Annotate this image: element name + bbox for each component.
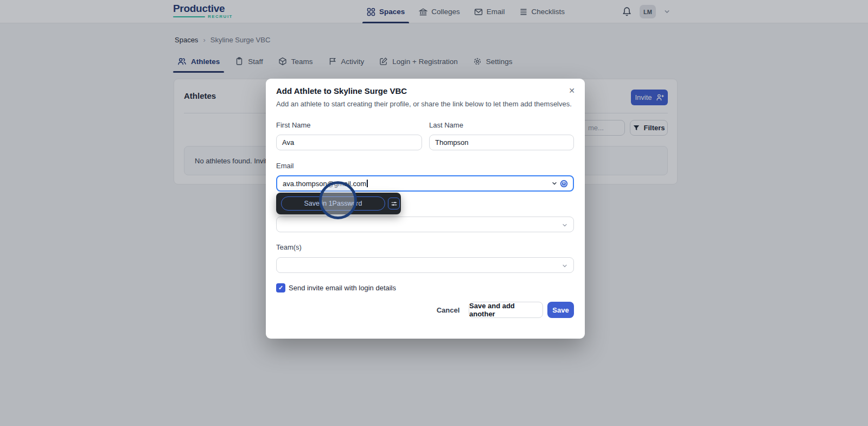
sliders-icon bbox=[391, 200, 398, 207]
save-and-add-another-button[interactable]: Save and add another bbox=[469, 302, 543, 318]
onepassword-settings-button[interactable] bbox=[388, 198, 400, 209]
onepassword-icon[interactable] bbox=[560, 180, 568, 188]
check-icon: ✓ bbox=[278, 284, 283, 291]
cancel-button[interactable]: Cancel bbox=[430, 302, 466, 318]
chevron-down-icon bbox=[561, 263, 568, 269]
save-button[interactable]: Save bbox=[547, 302, 574, 318]
send-invite-checkbox[interactable]: ✓ bbox=[276, 283, 285, 293]
save-in-1password-button[interactable]: Save in 1Password bbox=[281, 196, 385, 211]
app-window: Productive RECRUIT Spaces bbox=[0, 0, 868, 426]
close-icon[interactable]: ✕ bbox=[569, 86, 575, 95]
last-name-value: Thompson bbox=[435, 138, 468, 147]
text-cursor bbox=[367, 180, 368, 187]
first-name-field[interactable]: Ava bbox=[276, 135, 422, 150]
chevron-down-icon bbox=[561, 222, 568, 228]
add-athlete-modal: Add Athlete to Skyline Surge VBC ✕ Add a… bbox=[266, 79, 585, 339]
teams-label: Team(s) bbox=[276, 243, 302, 251]
teams-select[interactable] bbox=[276, 257, 574, 273]
last-name-label: Last Name bbox=[429, 121, 463, 129]
onepassword-dropdown: Save in 1Password bbox=[276, 193, 401, 214]
last-name-field[interactable]: Thompson bbox=[429, 135, 574, 150]
chevron-down-icon[interactable] bbox=[551, 180, 558, 187]
send-invite-checkbox-label: Send invite email with login details bbox=[289, 284, 396, 292]
email-value: ava.thompson@gmail.com bbox=[283, 180, 366, 188]
modal-title: Add Athlete to Skyline Surge VBC bbox=[276, 86, 407, 96]
first-name-value: Ava bbox=[282, 138, 294, 147]
position-select[interactable] bbox=[276, 217, 574, 232]
email-field-trailing-icons bbox=[551, 180, 568, 188]
modal-subtitle: Add an athlete to start creating their p… bbox=[276, 100, 572, 108]
email-label: Email bbox=[276, 162, 294, 170]
first-name-label: First Name bbox=[276, 121, 311, 129]
email-field[interactable]: ava.thompson@gmail.com bbox=[276, 175, 574, 192]
